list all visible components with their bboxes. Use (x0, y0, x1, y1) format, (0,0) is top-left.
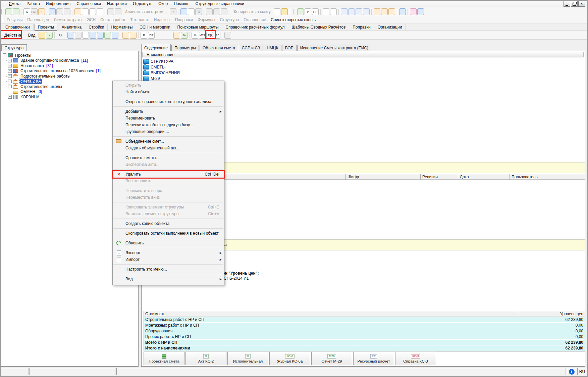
tree-label[interactable]: Подготовительные работы (20, 74, 71, 79)
menu-spravochniki[interactable]: Справочники (73, 1, 104, 7)
menu-item-rename[interactable]: Переименовать (113, 115, 224, 122)
panel-oglavlenie[interactable]: Оглавление (241, 17, 268, 23)
menu-item-export[interactable]: →Экспорт▶ (113, 249, 224, 256)
save-icon[interactable] (49, 8, 56, 15)
book-add-icon[interactable] (104, 32, 111, 39)
expand-icon[interactable]: + (8, 59, 12, 62)
refresh-icon[interactable] (56, 8, 63, 15)
calculator-icon[interactable] (180, 8, 187, 15)
layers-pink-icon[interactable] (410, 8, 417, 15)
tree-row-school-1025[interactable]: + Строительство школы на 1025 человек [1… (1, 68, 138, 74)
folder-remove-icon[interactable]: − (46, 32, 53, 39)
folder-row-struktura[interactable]: СТРУКТУРА (143, 59, 173, 64)
tab-spravochniki[interactable]: Справочники (2, 24, 34, 31)
tree-label[interactable]: Здание спортивного комплекса (20, 58, 79, 63)
tab-shablony-svodnyh-raschetov[interactable]: Шаблоны Сводных Расчётов (288, 24, 349, 31)
column-reviziya[interactable]: Ревизия (420, 174, 460, 180)
tab-structure[interactable]: Структура (1, 44, 27, 51)
panel-formuly[interactable]: Формулы (195, 17, 217, 23)
menu-item-import[interactable]: ←Импорт▶ (113, 256, 224, 263)
expand-icon[interactable]: + (8, 80, 12, 83)
folder-row-smety[interactable]: СМЕТЫ (143, 64, 165, 70)
folder-label[interactable]: М-29 (151, 76, 160, 81)
folder-label[interactable]: ВЫПОЛНЕНИЯ (151, 70, 180, 75)
folder-label[interactable]: СТРУКТУРА (151, 59, 173, 64)
tree-label[interactable]: Строительство школы на 1025 человек (20, 68, 94, 73)
menu-informacia[interactable]: Информация (43, 1, 73, 7)
tree-row-new-folder[interactable]: + Новая папка [31] (1, 63, 138, 68)
object-film-icon[interactable] (97, 32, 104, 39)
column-polzovatel[interactable]: Пользователь (510, 174, 579, 180)
paste-clipboard-icon[interactable] (281, 8, 288, 15)
tab-soderzhanie[interactable]: Содержание (141, 44, 171, 51)
tab-analitika[interactable]: Аналитика (58, 24, 85, 31)
search-icon[interactable]: ⌕ (38, 8, 45, 15)
tree-row-sport-complex[interactable]: + Здание спортивного комплекса [11] (1, 58, 138, 63)
p-object-icon[interactable]: Р (141, 32, 147, 39)
tree-label[interactable]: ОБМЕН (20, 89, 36, 94)
expand-icon[interactable]: + (8, 74, 12, 78)
menu-item-copy-remaining-to-new-object[interactable]: Скопировать остатки выполнения в новый о… (113, 230, 224, 237)
menu-item-view[interactable]: Вид▶ (113, 276, 224, 282)
menu-rabota[interactable]: Работа (23, 1, 43, 7)
pr-sheet-icon[interactable]: ПР (312, 8, 319, 15)
tree-row-prep-works[interactable]: + Подготовительные работы (1, 74, 138, 79)
recalc-object-icon[interactable] (90, 32, 96, 39)
row-wizard-delete-icon[interactable] (330, 8, 337, 15)
tab-organizacii[interactable]: Организации (374, 24, 406, 31)
menu-item-find-object[interactable]: Найти объект (113, 89, 224, 95)
book-edit-icon[interactable] (112, 32, 118, 39)
folder-up-icon[interactable]: ↑ (39, 32, 45, 39)
tab-popravki[interactable]: Поправки (349, 24, 374, 31)
comment-row-icon[interactable] (97, 8, 103, 15)
tab-spravochnik-raschetnyh-formul[interactable]: Справочник расчётных формул (222, 24, 288, 31)
tab-vor[interactable]: ВОР (282, 45, 297, 51)
menu-item-compare-estimates[interactable]: Сравнить сметы... (113, 154, 224, 161)
tab-esn-i-metodiki[interactable]: ЭСН и методики (136, 24, 174, 31)
panel-limit-zatraty[interactable]: Лимит. затраты (51, 17, 85, 23)
menu-strukturnye-spravochniki[interactable]: Структурные справочники (192, 1, 247, 7)
estimate-edit-icon[interactable] (130, 32, 137, 39)
panel-esn[interactable]: ЭСН (85, 17, 98, 23)
tree-label-selected[interactable]: смета 2 КА (20, 79, 42, 84)
copy-icon[interactable] (213, 8, 220, 15)
copy-sheet-icon[interactable] (274, 8, 280, 15)
panel-popravki[interactable]: Поправки (173, 17, 195, 23)
spinner-icon[interactable]: ⇅ (195, 8, 202, 15)
executive-button[interactable]: % Исполнительная (227, 352, 268, 365)
lock-icon[interactable] (74, 8, 81, 15)
panel-indeksy[interactable]: Индексы (152, 17, 173, 23)
open-windows-button[interactable]: Список открытых окон ▼ (268, 17, 319, 23)
menu-item-group-operations[interactable]: Групповые операции ... (113, 128, 224, 135)
tree-levels-icon[interactable] (13, 8, 19, 15)
refresh-tree-icon[interactable]: ↻ (57, 32, 63, 39)
act-ks2-button[interactable]: % Акт КС-2 (185, 352, 226, 365)
column-data[interactable]: Дата (458, 174, 511, 180)
tree-label[interactable]: Строительство школы (20, 84, 63, 89)
status-info-panel[interactable]: i (567, 368, 576, 375)
panel-panel-cen[interactable]: Панель цен (25, 17, 51, 23)
report-m29-button[interactable]: М29 Отчет М-29 (311, 352, 352, 365)
bricks-icon[interactable] (388, 8, 395, 15)
p-sheet-icon[interactable]: Р (305, 8, 311, 15)
undo-icon[interactable] (64, 8, 70, 15)
copy-object-icon[interactable] (75, 32, 82, 39)
outdent-icon[interactable] (356, 8, 362, 15)
add-row-icon[interactable] (82, 8, 89, 15)
menu-item-add[interactable]: Добавить▶ (113, 108, 224, 115)
blocks-icon[interactable] (115, 8, 121, 15)
object-sheet-icon[interactable] (82, 32, 89, 39)
layers-blue-icon[interactable] (417, 8, 424, 15)
journal-ks6a-button[interactable]: КС-6 Журнал КС-6а (269, 352, 310, 365)
expand-icon[interactable]: + (8, 64, 12, 67)
cut-icon[interactable] (206, 8, 213, 15)
excel-export-icon[interactable]: X (23, 8, 30, 15)
resource-calc-button[interactable]: РР Ресурсный расчет (353, 352, 394, 365)
tree-row-projects[interactable]: − Проекты (1, 53, 138, 58)
panel-resursy[interactable]: Ресурсы (4, 17, 25, 23)
blank-sheet-icon[interactable] (224, 32, 231, 39)
tab-obektnaya-smeta[interactable]: Объектная смета (200, 45, 238, 51)
indent-icon[interactable] (363, 8, 370, 15)
menu-nastroyki[interactable]: Настройки (104, 1, 130, 7)
truck-icon[interactable] (381, 8, 388, 15)
